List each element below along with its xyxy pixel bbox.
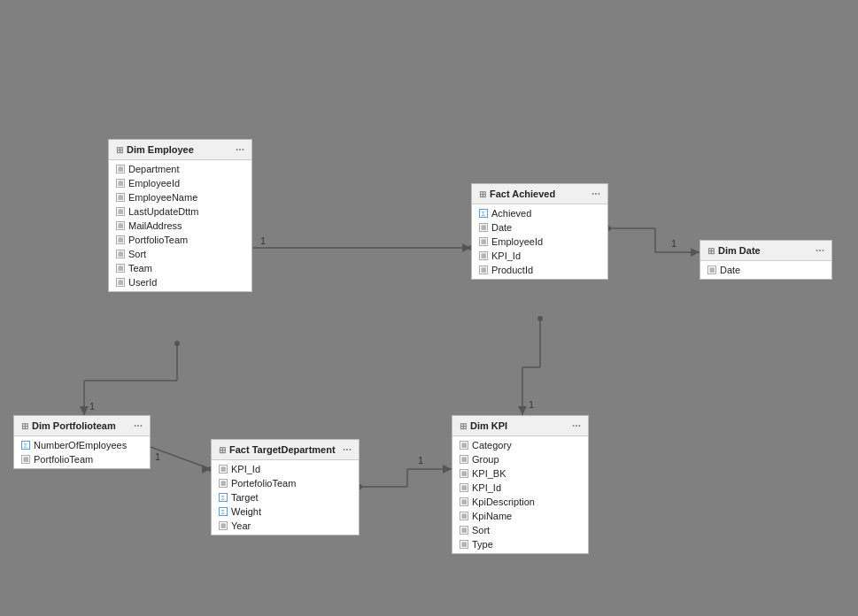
table-row[interactable]: ▦EmployeeId <box>472 235 607 249</box>
table-header-dim_portfolioteam: ⊞Dim Portfolioteam··· <box>14 416 150 436</box>
table-header-dim_employee: ⊞Dim Employee··· <box>109 140 251 160</box>
field-icon-grid: ▦ <box>460 469 468 478</box>
field-name: EmployeeId <box>128 178 180 189</box>
field-icon-grid: ▦ <box>219 479 228 488</box>
table-row[interactable]: ΣTarget <box>212 490 359 504</box>
field-icon-grid: ▦ <box>116 165 125 173</box>
svg-marker-31 <box>518 406 527 415</box>
svg-text:1: 1 <box>671 238 676 249</box>
svg-text:1: 1 <box>418 455 423 466</box>
field-name: Department <box>128 164 179 174</box>
svg-text:1: 1 <box>155 451 160 462</box>
svg-marker-4 <box>462 243 471 252</box>
table-row[interactable]: ▦PortfolioTeam <box>14 452 150 466</box>
table-icon-fact_achieved: ⊞ <box>479 189 486 199</box>
table-row[interactable]: ▦KpiName <box>452 509 588 523</box>
table-dim_portfolioteam: ⊞Dim Portfolioteam···ΣNumberOfEmployees▦… <box>13 415 151 469</box>
table-row[interactable]: ▦KPI_Id <box>452 481 588 495</box>
field-icon-grid: ▦ <box>116 221 125 230</box>
field-name: ProductId <box>491 265 533 275</box>
field-name: KPI_Id <box>231 464 260 474</box>
field-icon-grid: ▦ <box>116 193 125 202</box>
svg-text:1: 1 <box>260 235 266 246</box>
table-row[interactable]: ▦EmployeeName <box>109 190 251 204</box>
field-icon-grid: ▦ <box>116 179 125 188</box>
table-row[interactable]: ▦Sort <box>452 523 588 537</box>
table-more-dim_kpi[interactable]: ··· <box>572 420 581 432</box>
svg-text:1: 1 <box>89 401 95 412</box>
field-icon-grid: ▦ <box>116 207 125 216</box>
table-more-fact_target_department[interactable]: ··· <box>343 443 352 456</box>
field-name: PortfolioTeam <box>128 235 188 245</box>
field-name: NumberOfEmployees <box>34 440 127 450</box>
field-name: KpiDescription <box>472 497 535 507</box>
field-name: Weight <box>231 506 261 517</box>
field-name: KPI_BK <box>472 468 506 479</box>
table-row[interactable]: ▦Category <box>452 438 588 452</box>
field-icon-grid: ▦ <box>460 497 468 506</box>
table-row[interactable]: ΣAchieved <box>472 206 607 220</box>
table-body-fact_achieved: ΣAchieved▦Date▦EmployeeId▦KPI_Id▦Product… <box>472 204 607 279</box>
field-name: PortfolioTeam <box>34 454 93 465</box>
table-fact_achieved: ⊞Fact Achieved···ΣAchieved▦Date▦Employee… <box>471 183 608 280</box>
table-row[interactable]: ▦KPI_Id <box>472 249 607 263</box>
svg-marker-9 <box>691 248 700 257</box>
field-name: KPI_Id <box>491 250 521 261</box>
table-body-dim_portfolioteam: ΣNumberOfEmployees▦PortfolioTeam <box>14 436 150 468</box>
field-icon-sigma: Σ <box>479 209 488 218</box>
table-row[interactable]: ▦ProductId <box>472 263 607 277</box>
table-row[interactable]: ▦KPI_BK <box>452 466 588 481</box>
field-icon-grid: ▦ <box>219 465 228 474</box>
table-dim_date: ⊞Dim Date···▦Date <box>700 240 832 280</box>
field-icon-grid: ▦ <box>460 483 468 492</box>
field-name: Category <box>472 440 512 450</box>
table-title-fact_achieved: Fact Achieved <box>490 189 555 199</box>
table-row[interactable]: ▦Year <box>212 519 359 533</box>
table-row[interactable]: ▦KpiDescription <box>452 495 588 509</box>
table-more-dim_employee[interactable]: ··· <box>236 143 244 156</box>
field-icon-grid: ▦ <box>479 251 488 260</box>
field-icon-sigma: Σ <box>219 507 228 516</box>
table-row[interactable]: ▦Team <box>109 261 251 275</box>
svg-marker-25 <box>443 465 452 474</box>
field-name: KpiName <box>472 511 512 521</box>
field-icon-grid: ▦ <box>479 223 488 232</box>
field-name: KPI_Id <box>472 482 501 493</box>
field-icon-grid: ▦ <box>460 441 468 450</box>
table-title-dim_employee: Dim Employee <box>127 144 194 155</box>
table-row[interactable]: ▦Date <box>472 220 607 235</box>
table-title-dim_kpi: Dim KPI <box>470 420 507 431</box>
field-icon-grid: ▦ <box>460 526 468 535</box>
table-icon-dim_portfolioteam: ⊞ <box>21 421 28 431</box>
table-row[interactable]: ▦KPI_Id <box>212 462 359 476</box>
field-icon-grid: ▦ <box>479 237 488 246</box>
table-row[interactable]: ΣNumberOfEmployees <box>14 438 150 452</box>
table-row[interactable]: ▦EmployeeId <box>109 176 251 190</box>
table-more-dim_date[interactable]: ··· <box>815 244 824 257</box>
field-name: LastUpdateDttm <box>128 206 198 217</box>
table-row[interactable]: ▦UserId <box>109 275 251 289</box>
svg-marker-20 <box>202 465 211 474</box>
table-more-dim_portfolioteam[interactable]: ··· <box>134 420 143 432</box>
table-row[interactable]: ▦Sort <box>109 247 251 261</box>
table-more-fact_achieved[interactable]: ··· <box>591 188 600 200</box>
table-row[interactable]: ▦PortfolioTeam <box>109 233 251 247</box>
table-row[interactable]: ▦Department <box>109 162 251 176</box>
field-name: Date <box>720 265 740 275</box>
table-row[interactable]: ΣWeight <box>212 504 359 519</box>
table-title-fact_target_department: Fact TargetDepartment <box>229 444 336 455</box>
table-icon-dim_employee: ⊞ <box>116 145 123 155</box>
table-row[interactable]: ▦Group <box>452 452 588 466</box>
field-name: UserId <box>128 277 157 288</box>
field-icon-sigma: Σ <box>21 441 30 450</box>
table-row[interactable]: ▦LastUpdateDttm <box>109 204 251 219</box>
field-icon-sigma: Σ <box>219 493 228 502</box>
table-row[interactable]: ▦Type <box>452 537 588 551</box>
field-name: Target <box>231 492 259 503</box>
table-row[interactable]: ▦Date <box>700 263 831 277</box>
table-header-fact_target_department: ⊞Fact TargetDepartment··· <box>212 440 359 460</box>
field-name: Year <box>231 520 251 531</box>
field-name: Team <box>128 263 152 273</box>
table-row[interactable]: ▦MailAddress <box>109 219 251 233</box>
table-row[interactable]: ▦PortefolioTeam <box>212 476 359 490</box>
